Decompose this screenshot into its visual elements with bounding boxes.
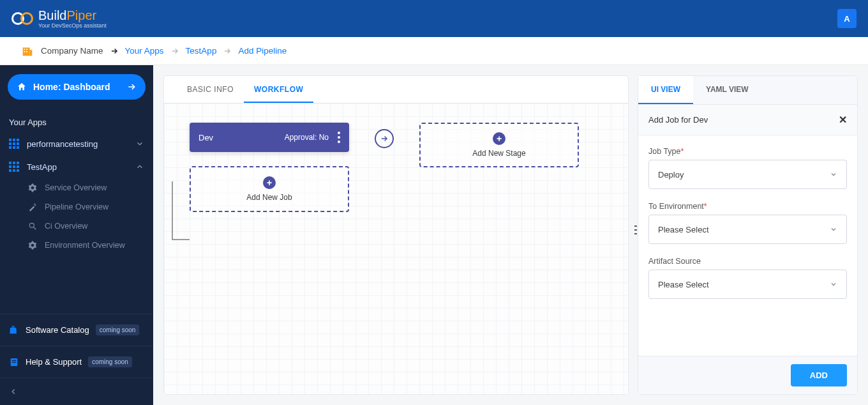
right-panel: UI VIEW YAML VIEW Add Job for Dev ✕ Job … (638, 75, 858, 395)
coming-soon-badge: coming soon (88, 356, 132, 367)
sidebar-software-catalog-label: Software Catalog (26, 325, 89, 335)
svg-rect-10 (12, 362, 17, 362)
select-to-environment[interactable]: Please Select (648, 215, 847, 244)
sidebar-sub-environment-overview[interactable]: Environment Overview (0, 236, 153, 255)
arrow-next-icon (375, 129, 394, 148)
search-icon (28, 222, 37, 231)
sidebar-item-testapp[interactable]: TestApp (0, 155, 153, 178)
chevron-down-icon (135, 139, 144, 148)
home-label: Home: Dashboard (33, 82, 110, 92)
svg-rect-4 (24, 51, 26, 52)
wand-icon (28, 202, 37, 211)
avatar-button[interactable]: A (837, 9, 857, 28)
tab-ui-view[interactable]: UI VIEW (638, 76, 693, 104)
logo[interactable]: BuildPiper Your DevSecOps assistant (11, 9, 107, 29)
breadcrumb-testapp[interactable]: TestApp (186, 46, 217, 56)
label-artifact-source: Artifact Source (648, 257, 847, 266)
sidebar-software-catalog[interactable]: Software Catalog coming soon (0, 314, 153, 346)
svg-rect-2 (24, 49, 26, 50)
sidebar-section-your-apps: Your Apps (0, 109, 153, 132)
close-icon[interactable]: ✕ (839, 114, 847, 126)
logo-piper-text: Piper (66, 8, 96, 22)
chevron-down-icon (830, 171, 837, 178)
app-grid-icon (9, 162, 19, 172)
svg-line-7 (34, 227, 36, 230)
svg-rect-3 (26, 49, 27, 50)
label-job-type: Job Type* (648, 147, 847, 156)
add-button[interactable]: ADD (791, 364, 847, 386)
sidebar-item-label: TestApp (27, 162, 57, 172)
drag-handle[interactable] (634, 225, 637, 245)
chevron-right-icon (110, 47, 119, 56)
sidebar-help-label: Help & Support (26, 357, 82, 367)
logo-icon (11, 12, 33, 25)
sidebar-collapse-button[interactable] (0, 378, 153, 405)
main-tabs: BASIC INFO WORKFLOW (164, 76, 628, 103)
chevron-left-icon (9, 387, 18, 396)
select-job-type[interactable]: Deploy (648, 160, 847, 189)
stage-name: Dev (198, 133, 213, 142)
svg-point-6 (29, 223, 34, 227)
sidebar-sub-label: Service Overview (45, 183, 107, 192)
add-job-label: Add New Job (246, 193, 292, 202)
gear-icon (28, 241, 37, 250)
right-panel-tabs: UI VIEW YAML VIEW (638, 76, 857, 105)
svg-rect-9 (12, 360, 17, 360)
svg-rect-1 (30, 50, 33, 56)
chevron-down-icon (830, 225, 837, 233)
sidebar-sub-service-overview[interactable]: Service Overview (0, 178, 153, 197)
plus-icon: + (263, 176, 276, 189)
add-stage-label: Add New Stage (472, 149, 525, 158)
label-to-environment: To Environment* (648, 202, 847, 211)
stage-card-dev[interactable]: Dev Approval: No (190, 123, 349, 152)
add-new-stage-card[interactable]: + Add New Stage (419, 123, 579, 167)
stage-approval-label: Approval: No (285, 133, 329, 142)
sidebar: Home: Dashboard Your Apps performancetes… (0, 65, 153, 405)
document-icon (9, 357, 19, 367)
select-value: Please Select (658, 225, 709, 234)
stage-menu-button[interactable] (333, 132, 340, 143)
tab-basic-info[interactable]: BASIC INFO (177, 76, 244, 103)
connector-line (172, 181, 190, 240)
chevron-down-icon (830, 280, 837, 288)
app-grid-icon (9, 139, 19, 149)
top-header: BuildPiper Your DevSecOps assistant A (0, 0, 868, 37)
pipeline-canvas: BASIC INFO WORKFLOW Dev Approval: No (163, 75, 629, 395)
plus-icon: + (493, 132, 505, 145)
svg-rect-5 (26, 51, 27, 52)
sidebar-sub-label: Pipeline Overview (45, 202, 108, 211)
chevron-right-icon (223, 47, 232, 56)
chevron-up-icon (135, 162, 144, 171)
logo-subtitle: Your DevSecOps assistant (38, 23, 107, 29)
home-dashboard-button[interactable]: Home: Dashboard (8, 74, 146, 100)
add-new-job-card[interactable]: + Add New Job (190, 166, 349, 212)
workflow-area[interactable]: Dev Approval: No + Add New Jo (164, 103, 628, 394)
bag-icon (9, 325, 19, 335)
arrow-right-icon (126, 82, 137, 92)
logo-build-text: Build (38, 8, 66, 22)
select-value: Deploy (658, 170, 684, 180)
select-artifact-source[interactable]: Please Select (648, 270, 847, 299)
sidebar-sub-ci-overview[interactable]: Ci Overview (0, 217, 153, 236)
sidebar-sub-label: Ci Overview (45, 222, 87, 231)
home-icon (17, 82, 27, 92)
tab-workflow[interactable]: WORKFLOW (244, 76, 313, 103)
tab-yaml-view[interactable]: YAML VIEW (693, 76, 761, 104)
main-content: BASIC INFO WORKFLOW Dev Approval: No (153, 65, 868, 405)
breadcrumb-company: Company Name (41, 46, 103, 56)
building-icon (20, 44, 34, 58)
breadcrumb: Company Name Your Apps TestApp Add Pipel… (0, 37, 868, 65)
select-value: Please Select (658, 280, 709, 289)
sidebar-sub-pipeline-overview[interactable]: Pipeline Overview (0, 197, 153, 217)
sidebar-sub-label: Environment Overview (45, 241, 125, 250)
chevron-right-icon (170, 47, 179, 56)
breadcrumb-add-pipeline[interactable]: Add Pipeline (238, 46, 287, 56)
sidebar-help-support[interactable]: Help & Support coming soon (0, 346, 153, 378)
coming-soon-badge: coming soon (96, 325, 140, 335)
sidebar-item-performancetesting[interactable]: performancetesting (0, 132, 153, 155)
right-panel-title: Add Job for Dev (648, 115, 708, 125)
breadcrumb-your-apps[interactable]: Your Apps (125, 46, 164, 56)
gear-icon (28, 183, 37, 192)
sidebar-item-label: performancetesting (27, 139, 98, 149)
